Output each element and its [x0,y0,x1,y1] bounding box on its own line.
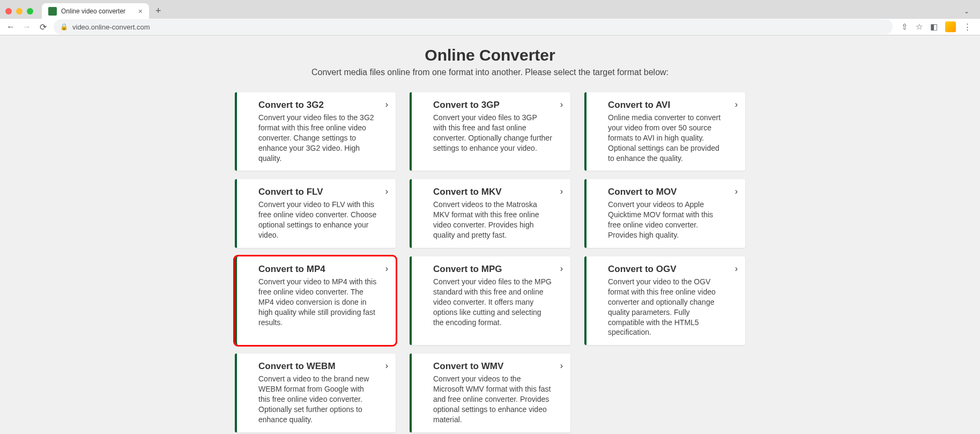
card-convert-to-flv[interactable]: Convert to FLVConvert your video to FLV … [235,179,396,248]
card-convert-to-mov[interactable]: Convert to MOVConvert your videos to App… [584,179,745,248]
maximize-window-button[interactable] [27,8,33,14]
url-text: video.online-convert.com [72,23,150,31]
converter-grid: Convert to 3G2Convert your video files t… [233,92,747,432]
toolbar-right: ⇧ ☆ ◧ ⋮ [898,21,975,32]
card-convert-to-mpg[interactable]: Convert to MPGConvert your video files t… [410,256,570,345]
chevron-right-icon: › [560,361,563,371]
card-title: Convert to MKV [433,187,552,197]
forward-button[interactable]: → [21,22,32,32]
card-description: Convert your video files to the 3G2 form… [258,113,377,163]
minimize-window-button[interactable] [16,8,23,14]
close-tab-button[interactable]: × [138,7,143,16]
card-title: Convert to WEBM [258,361,377,372]
sidepanel-icon[interactable]: ◧ [930,22,938,32]
bookmark-icon[interactable]: ☆ [916,22,923,32]
card-convert-to-3gp[interactable]: Convert to 3GPConvert your video files t… [410,92,570,171]
chevron-right-icon: › [735,187,738,196]
card-title: Convert to FLV [258,187,377,197]
browser-chrome: Online video converter × + ⌄ ← → ⟳ 🔒 vid… [0,0,980,35]
extension-icon[interactable] [945,21,956,32]
card-title: Convert to AVI [608,100,727,111]
card-description: Convert your video to MP4 with this free… [258,277,377,327]
card-description: Convert a video to the brand new WEBM fo… [258,374,377,424]
card-title: Convert to 3GP [433,100,552,111]
card-convert-to-avi[interactable]: Convert to AVIOnline media converter to … [584,92,745,171]
page-subtitle: Convert media files online from one form… [0,68,980,77]
browser-toolbar: ← → ⟳ 🔒 video.online-convert.com ⇧ ☆ ◧ ⋮ [0,19,980,35]
tab-bar: Online video converter × + ⌄ [0,0,980,19]
card-title: Convert to OGV [608,264,727,275]
card-description: Convert videos to the Matroska MKV forma… [433,200,552,240]
browser-tab[interactable]: Online video converter × [42,3,149,19]
card-title: Convert to MOV [608,187,727,197]
card-description: Online media converter to convert your v… [608,113,727,163]
menu-icon[interactable]: ⋮ [963,22,971,32]
chevron-right-icon: › [385,361,388,371]
chevron-right-icon: › [385,100,388,109]
chevron-right-icon: › [385,187,388,196]
chevron-right-icon: › [560,100,563,109]
chevron-right-icon: › [385,264,388,274]
card-title: Convert to MP4 [258,264,377,275]
share-icon[interactable]: ⇧ [901,22,908,32]
card-description: Convert your videos to Apple Quicktime M… [608,200,727,240]
card-description: Convert your video to FLV with this free… [258,200,377,240]
reload-button[interactable]: ⟳ [38,22,48,32]
close-window-button[interactable] [5,8,12,14]
window-controls [5,8,42,14]
card-description: Convert your videos to the Microsoft WMV… [433,374,552,424]
back-button[interactable]: ← [5,22,16,32]
lock-icon: 🔒 [60,23,68,31]
chevron-right-icon: › [560,187,563,196]
card-description: Convert your video files to the MPG stan… [433,277,552,327]
tabs-dropdown-button[interactable]: ⌄ [959,8,975,15]
card-convert-to-mkv[interactable]: Convert to MKVConvert videos to the Matr… [410,179,570,248]
card-description: Convert your video files to 3GP with thi… [433,113,552,153]
tab-title: Online video converter [61,8,125,15]
card-description: Convert your video to the OGV format wit… [608,277,727,337]
card-title: Convert to WMV [433,361,552,372]
chevron-right-icon: › [560,264,563,274]
address-bar[interactable]: 🔒 video.online-convert.com [54,19,893,34]
card-title: Convert to 3G2 [258,100,377,111]
page-content: Online Converter Convert media files onl… [0,35,980,434]
card-convert-to-ogv[interactable]: Convert to OGVConvert your video to the … [584,256,745,345]
new-tab-button[interactable]: + [149,5,168,17]
card-title: Convert to MPG [433,264,552,275]
card-convert-to-webm[interactable]: Convert to WEBMConvert a video to the br… [235,354,396,432]
page-title: Online Converter [0,46,980,64]
chevron-right-icon: › [735,264,738,274]
chevron-right-icon: › [735,100,738,109]
card-convert-to-3g2[interactable]: Convert to 3G2Convert your video files t… [235,92,396,171]
favicon-icon [48,7,57,16]
card-convert-to-wmv[interactable]: Convert to WMVConvert your videos to the… [410,354,570,432]
card-convert-to-mp4[interactable]: Convert to MP4Convert your video to MP4 … [235,256,396,345]
